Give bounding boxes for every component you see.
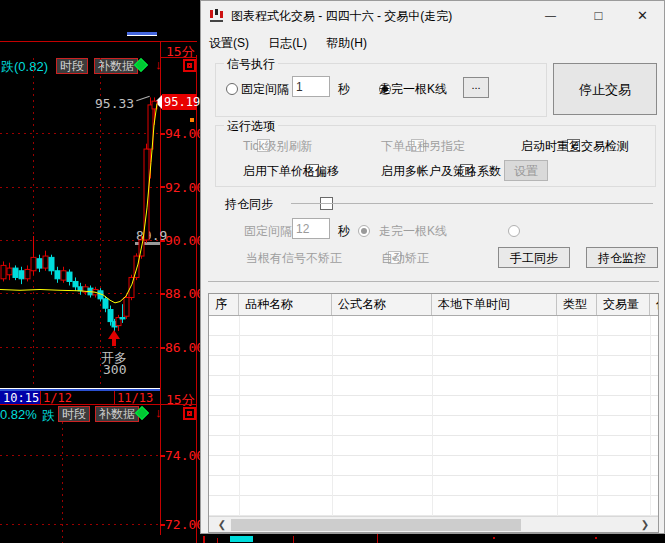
order-qty-label: 300 — [103, 362, 126, 377]
table-colline-2 — [332, 316, 333, 516]
fixed-interval-label: 固定间隔 — [241, 81, 289, 98]
sync-kline-radio — [508, 225, 520, 237]
run-options-title: 运行选项 — [224, 118, 278, 135]
table-colline-1 — [239, 316, 240, 516]
seconds-label: 秒 — [338, 81, 350, 98]
download-arrow-icon[interactable]: ↓ — [155, 57, 162, 72]
trading-dialog: 图表程式化交易 - 四四十六 - 交易中(走完) — □ ✕ 设置(S) 日志(… — [200, 0, 665, 534]
panel2-backfill-tag[interactable]: 补数据 — [95, 406, 139, 422]
kline-complete-label: 走完一根K线 — [379, 81, 447, 98]
marker-dot — [190, 118, 194, 122]
interval-input[interactable] — [292, 76, 330, 97]
strip-dot-2 — [595, 537, 597, 539]
strip-mark-3 — [293, 536, 294, 543]
panel2-direction: 跌 — [42, 407, 55, 425]
dup-check-label: 启动时重复交易检测 — [521, 138, 629, 155]
maximize-button[interactable]: □ — [576, 1, 621, 30]
other-symbol-label: 下单品种另指定 — [381, 138, 465, 155]
panel2-signal-diamond-icon[interactable] — [137, 408, 147, 418]
dialog-title: 图表程式化交易 - 四四十六 - 交易中(走完) — [231, 8, 452, 25]
table-colline-3 — [432, 316, 433, 516]
price-label-74: 74.00 — [165, 448, 204, 463]
scroll-left-arrow-icon[interactable]: ❮ — [215, 519, 229, 531]
maximize-pane-icon[interactable] — [183, 59, 196, 72]
col-price[interactable]: 价 — [650, 294, 659, 315]
period-underline — [161, 57, 197, 58]
dialog-titlebar[interactable]: 图表程式化交易 - 四四十六 - 交易中(走完) — □ ✕ — [201, 1, 664, 31]
buy-signal-arrow-stem — [112, 338, 116, 346]
menu-bar: 设置(S) 日志(L) 帮助(H) — [201, 31, 664, 53]
scrollbar-thumb[interactable] — [231, 519, 521, 531]
panel2-download-arrow-icon[interactable]: ↓ — [155, 405, 162, 420]
sync-seconds-label: 秒 — [338, 223, 350, 240]
date-label-2: 11/13 — [117, 391, 153, 405]
menu-settings[interactable]: 设置(S) — [201, 31, 257, 56]
price-offset-label: 启用下单价格偏移 — [243, 163, 339, 180]
panel1-change-label: 跌(0.82) — [1, 58, 48, 76]
position-sync-label: 持仓同步 — [225, 196, 273, 213]
last-price-value: 95.19 — [164, 95, 200, 109]
more-options-button[interactable]: ... — [463, 77, 489, 98]
auto-fix-label: 自动矫正 — [381, 250, 429, 267]
table-colline-6 — [650, 316, 651, 516]
strip-mark-2 — [217, 538, 218, 543]
time-cursor-box: 10:15 — [0, 391, 41, 404]
menu-help[interactable]: 帮助(H) — [318, 31, 375, 56]
strip-mark-1 — [203, 536, 205, 543]
chart-area: 15分 跌(0.82) 时段 补数据 ↓ 94.00 92.00 90.00 8… — [0, 0, 200, 543]
table-colline-5 — [597, 316, 598, 516]
price-axis-line — [160, 41, 161, 535]
strip-dot-1 — [493, 537, 495, 539]
price-label-90: 90.00 — [165, 233, 204, 248]
sync-interval-input[interactable] — [292, 218, 330, 239]
menu-log[interactable]: 日志(L) — [260, 31, 315, 56]
gridline-74 — [0, 455, 160, 456]
price-label-88: 88.00 — [165, 286, 204, 301]
panel2-change-pct: 0.82% — [0, 407, 37, 422]
manual-sync-button[interactable]: 手工同步 — [498, 247, 570, 268]
sync-separator-line — [291, 203, 653, 204]
last-price-tag: 95.19 — [162, 94, 197, 110]
chart-top-scroll-line — [127, 35, 157, 36]
orders-table-header: 序 品种名称 公式名称 本地下单时间 类型 交易量 价 — [209, 294, 658, 316]
strip-mark-4 — [377, 534, 378, 543]
sync-fixed-label: 固定间隔 — [244, 223, 292, 240]
signal-diamond-icon[interactable] — [136, 60, 146, 70]
time-cursor-value: 10:15 — [3, 391, 39, 405]
orders-table: 序 品种名称 公式名称 本地下单时间 类型 交易量 价 ❮ ❯ — [208, 293, 659, 533]
settings-button: 设置 — [504, 160, 548, 181]
scroll-right-arrow-icon[interactable]: ❯ — [638, 519, 652, 531]
panel2-session-tag[interactable]: 时段 — [58, 406, 90, 422]
signal-exec-title: 信号执行 — [224, 56, 278, 73]
sync-kline-label: 走完一根K线 — [379, 223, 447, 240]
tick-refresh-label: Tick级别刷新 — [243, 138, 313, 155]
col-seq[interactable]: 序 — [209, 294, 239, 315]
price-label-92: 92.00 — [165, 180, 204, 195]
strip-cyan-candle — [230, 536, 253, 542]
app-icon — [209, 8, 225, 24]
col-volume[interactable]: 交易量 — [597, 294, 650, 315]
stop-trading-button[interactable]: 停止交易 — [553, 63, 657, 115]
screen: 15分 跌(0.82) 时段 补数据 ↓ 94.00 92.00 90.00 8… — [0, 0, 665, 543]
multi-account-label: 启用多帐户及策略系数 — [381, 163, 501, 180]
col-symbol[interactable]: 品种名称 — [239, 294, 332, 315]
col-type[interactable]: 类型 — [557, 294, 597, 315]
panel2-maximize-pane-icon[interactable] — [183, 407, 196, 420]
chart-strip-under-dialog — [200, 534, 665, 543]
panel1-session-tag[interactable]: 时段 — [56, 58, 88, 74]
date-label-1: 1/12 — [43, 391, 72, 405]
close-button[interactable]: ✕ — [620, 1, 665, 30]
gridline-72 — [0, 524, 160, 525]
price-label-86: 86.00 — [165, 340, 204, 355]
fixed-interval-radio[interactable] — [226, 83, 238, 95]
price-label-94: 94.00 — [165, 126, 204, 141]
col-formula[interactable]: 公式名称 — [332, 294, 432, 315]
position-monitor-button[interactable]: 持仓监控 — [586, 247, 658, 268]
col-time[interactable]: 本地下单时间 — [432, 294, 557, 315]
candlestick-plot — [0, 85, 160, 386]
no-fix-label: 当根有信号不矫正 — [246, 250, 342, 267]
minimize-button[interactable]: — — [528, 1, 573, 30]
table-hscrollbar[interactable]: ❮ ❯ — [209, 516, 658, 532]
panel-divider-line — [0, 41, 197, 42]
price-label-72: 72.00 — [165, 517, 204, 532]
